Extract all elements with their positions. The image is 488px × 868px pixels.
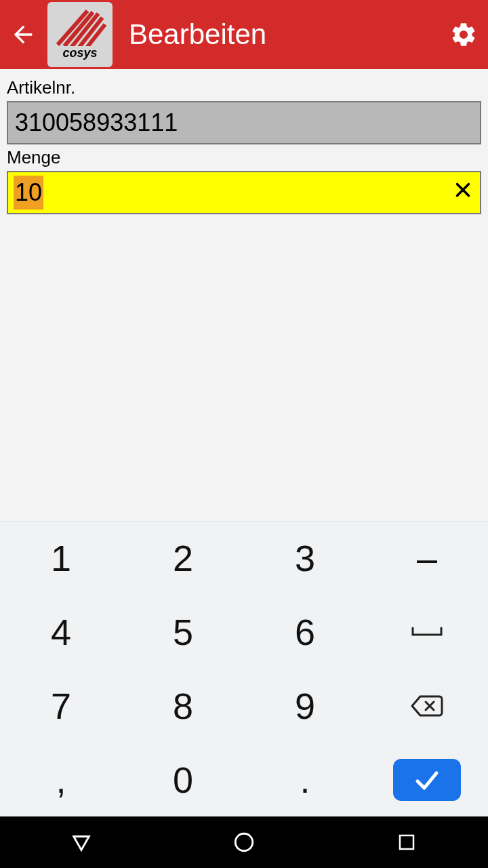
key-9[interactable]: 9 — [244, 669, 366, 743]
key-0[interactable]: 0 — [122, 743, 244, 816]
menge-value: 10 — [14, 176, 43, 210]
svg-text:cosys: cosys — [62, 46, 97, 60]
key-2[interactable]: 2 — [122, 521, 244, 595]
enter-button[interactable] — [393, 759, 461, 801]
back-button[interactable] — [9, 21, 37, 48]
form-area: Artikelnr. 310058933111 Menge 10 — [0, 69, 488, 220]
numeric-keypad: 1 2 3 – 4 5 6 7 8 9 , 0 . — [0, 521, 488, 816]
key-8[interactable]: 8 — [122, 669, 244, 743]
nav-home-icon[interactable] — [230, 829, 258, 856]
artikel-value: 310058933111 — [15, 108, 178, 137]
key-1[interactable]: 1 — [0, 521, 122, 595]
artikel-label: Artikelnr. — [7, 77, 481, 98]
key-space[interactable] — [366, 595, 488, 669]
key-7[interactable]: 7 — [0, 669, 122, 743]
clear-icon[interactable] — [451, 178, 474, 208]
nav-back-icon[interactable] — [68, 829, 95, 856]
svg-rect-8 — [400, 835, 413, 849]
key-5[interactable]: 5 — [122, 595, 244, 669]
artikel-field[interactable]: 310058933111 — [7, 101, 481, 144]
android-navbar — [0, 816, 488, 868]
svg-point-7 — [235, 833, 253, 851]
nav-recent-icon[interactable] — [393, 829, 420, 856]
key-comma[interactable]: , — [0, 743, 122, 816]
key-backspace[interactable] — [366, 669, 488, 743]
key-4[interactable]: 4 — [0, 595, 122, 669]
key-enter[interactable] — [366, 743, 488, 816]
key-dash[interactable]: – — [366, 521, 488, 595]
key-dot[interactable]: . — [244, 743, 366, 816]
key-3[interactable]: 3 — [244, 521, 366, 595]
app-logo: cosys — [47, 2, 113, 67]
settings-button[interactable] — [449, 20, 479, 50]
key-6[interactable]: 6 — [244, 595, 366, 669]
page-title: Bearbeiten — [129, 18, 438, 51]
app-header: cosys Bearbeiten — [0, 0, 488, 69]
menge-label: Menge — [7, 147, 481, 168]
menge-field[interactable]: 10 — [7, 171, 481, 214]
